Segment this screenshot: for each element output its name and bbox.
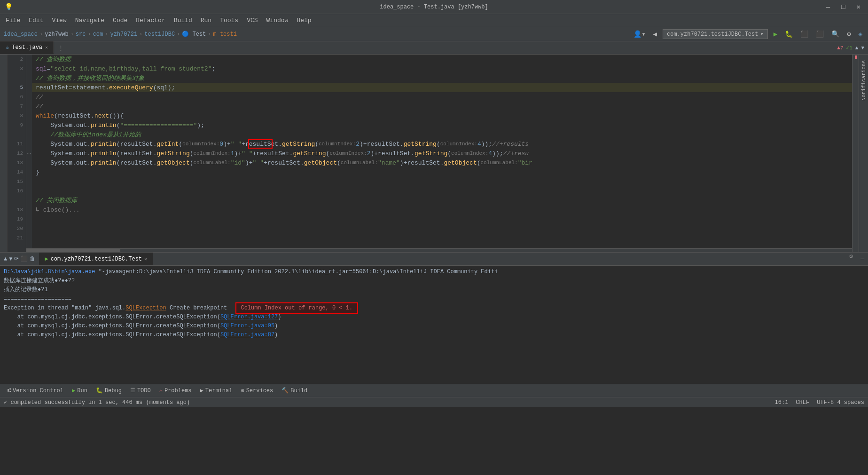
run-down-icon[interactable]: ▼: [9, 256, 12, 262]
chevron-up-icon[interactable]: ▲: [855, 45, 859, 51]
line-num-2: 3: [8, 64, 26, 73]
line-num-10: 11: [8, 139, 26, 149]
app-icon: 💡: [5, 3, 13, 11]
title-bar-left: 💡: [5, 3, 13, 11]
coverage-button[interactable]: ⬛: [798, 29, 810, 39]
back-icon[interactable]: ◀: [651, 29, 659, 39]
code-line-17: ↳ close()...: [32, 205, 852, 214]
toolbar-debug[interactable]: 🐛 Debug: [92, 386, 125, 396]
stop-button[interactable]: ⬛: [814, 29, 826, 39]
search-button[interactable]: 🔍: [829, 29, 841, 39]
menu-run[interactable]: Run: [197, 16, 215, 25]
h-scrollbar-thumb[interactable]: [26, 249, 120, 252]
fold-gutter: ▾ ▾: [26, 55, 32, 252]
run-trash-icon[interactable]: 🗑: [30, 255, 35, 262]
debug-button[interactable]: 🐛: [783, 29, 795, 39]
toolbar-build[interactable]: 🔨 Build: [278, 386, 311, 396]
close-button[interactable]: ✕: [854, 2, 863, 12]
toolbar-version-control[interactable]: ⑆ Version Control: [4, 386, 67, 396]
toolbar-run-label: Run: [77, 388, 87, 394]
line-num-4: 5: [8, 83, 26, 92]
bottom-tab-close-icon[interactable]: ✕: [144, 256, 147, 262]
menu-navigate[interactable]: Navigate: [71, 16, 108, 25]
error-callout: Column Index out of range, 0 < 1.: [235, 302, 359, 314]
line-num-19: 20: [8, 224, 26, 233]
code-line-12: System.out.println(resultSet.getObject( …: [32, 158, 852, 167]
tab-label: Test.java: [12, 44, 42, 51]
line-num-6: 7: [8, 102, 26, 111]
tab-more[interactable]: ⋮: [54, 41, 68, 54]
toolbar-run[interactable]: ▶ Run: [68, 386, 91, 396]
menu-vcs[interactable]: VCS: [243, 16, 261, 25]
h-scrollbar[interactable]: [26, 248, 852, 252]
maximize-button[interactable]: □: [838, 2, 848, 12]
chevron-down-icon[interactable]: ▼: [861, 45, 864, 51]
menu-refactor[interactable]: Refactor: [132, 16, 169, 25]
code-line-5: //: [32, 92, 852, 102]
breadcrumb-package[interactable]: yzh70721: [110, 31, 137, 38]
toolbar-debug-label: Debug: [105, 388, 122, 394]
bottom-panel-settings[interactable]: ⚙: [845, 253, 857, 265]
line-num-14: 15: [8, 177, 26, 186]
breadcrumb-test1jdbc[interactable]: test1JDBC: [144, 31, 175, 38]
code-line-2: sql="select id,name,birthday,tall from s…: [32, 64, 852, 73]
status-bar: ✓ completed successfully in 1 sec, 446 m…: [0, 397, 868, 407]
tab-icon: ☕: [6, 44, 9, 51]
code-line-7: while(resultSet.next()){: [32, 111, 852, 120]
bottom-tab-run[interactable]: ▶ com.yzh70721.test1JDBC.Test ✕: [39, 253, 153, 265]
toolbar-todo[interactable]: ☰ TODO: [126, 386, 155, 396]
menu-build[interactable]: Build: [170, 16, 196, 25]
menu-file[interactable]: File: [2, 16, 24, 25]
code-line-4: resultSet=statement.executeQuery(sql);: [32, 83, 852, 92]
build-icon: 🔨: [282, 387, 289, 394]
menu-help[interactable]: Help: [293, 16, 315, 25]
encoding[interactable]: UTF-8 4 spaces: [817, 399, 864, 406]
run-button[interactable]: ▶: [772, 29, 779, 39]
minimize-button[interactable]: —: [823, 2, 833, 12]
menu-code[interactable]: Code: [109, 16, 131, 25]
breadcrumb-module[interactable]: yzh7wwb: [45, 31, 68, 38]
bottom-tab-bar: ▲ ▼ ⟳ ⬛ 🗑 ▶ com.yzh70721.test1JDBC.Test …: [0, 253, 868, 266]
title-bar-controls[interactable]: — □ ✕: [823, 2, 863, 12]
menu-edit[interactable]: Edit: [25, 16, 47, 25]
breadcrumb-test-class[interactable]: 🔵 Test: [182, 31, 206, 38]
debug-icon: 🐛: [96, 387, 103, 394]
settings-icon[interactable]: ⚙: [845, 29, 852, 39]
new-ui-icon[interactable]: ◈: [857, 29, 864, 39]
tab-close-icon[interactable]: ✕: [45, 45, 48, 50]
update-icon[interactable]: 👤▾: [632, 29, 647, 39]
code-line-1: // 查询数据: [32, 55, 852, 64]
line-num-8: 9: [8, 120, 26, 130]
breadcrumb-src[interactable]: src: [76, 31, 86, 38]
bottom-panel-minimize[interactable]: —: [857, 253, 868, 265]
console-line-5: Exception in thread "main" java.sql.SQLE…: [4, 304, 864, 313]
run-stop-icon[interactable]: ⬛: [21, 255, 28, 262]
breadcrumb-com[interactable]: com: [93, 31, 103, 38]
run-up-icon[interactable]: ▲: [4, 256, 7, 262]
menu-window[interactable]: Window: [263, 16, 292, 25]
menu-view[interactable]: View: [48, 16, 70, 25]
breadcrumb-project[interactable]: idea_space: [4, 31, 38, 38]
toolbar-services-label: Services: [246, 388, 274, 394]
console-output: D:\Java\jdk1.8\bin\java.exe "-javaagent:…: [0, 266, 868, 384]
code-line-9: //数据库中的index是从1开始的: [32, 130, 852, 139]
notifications-label[interactable]: Notifications: [861, 60, 867, 101]
run-config-dropdown[interactable]: com.yzh70721.test1JDBC.Test ▾: [663, 29, 768, 39]
bottom-toolbar: ⑆ Version Control ▶ Run 🐛 Debug ☰ TODO ⚠…: [0, 384, 868, 397]
line-num-15: 16: [8, 186, 26, 196]
console-line-2: 数据库连接建立成功♦?♦♦??: [4, 277, 864, 285]
toolbar-services[interactable]: ⚙ Services: [237, 386, 277, 396]
tab-test-java[interactable]: ☕ Test.java ✕: [0, 41, 54, 54]
run-rerun-icon[interactable]: ⟳: [14, 255, 19, 262]
menu-tools[interactable]: Tools: [216, 16, 242, 25]
line-ending[interactable]: CRLF: [796, 399, 809, 406]
line-num-18: 19: [8, 214, 26, 224]
toolbar-terminal[interactable]: ▶ Terminal: [196, 386, 236, 396]
cursor-position[interactable]: 16:1: [775, 399, 789, 406]
breadcrumb-method[interactable]: m test1: [213, 31, 237, 38]
code-editor[interactable]: // 查询数据 sql="select id,name,birthday,tal…: [32, 55, 852, 252]
line-num-3: [8, 73, 26, 83]
code-line-13: }: [32, 167, 852, 177]
code-line-10: System.out.println(resultSet.getInt( col…: [32, 139, 852, 149]
toolbar-problems[interactable]: ⚠ Problems: [156, 386, 195, 396]
